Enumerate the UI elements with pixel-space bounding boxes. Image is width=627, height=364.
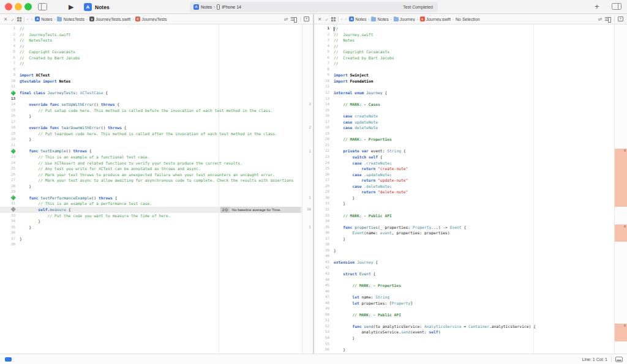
code-line[interactable]: 8 xyxy=(0,67,302,73)
add-editor-icon[interactable] xyxy=(618,17,623,21)
line-number[interactable]: 19 xyxy=(0,131,17,137)
line-number[interactable]: 49 xyxy=(314,306,331,312)
code-line[interactable]: 22 private var event: String { xyxy=(314,148,614,154)
line-number[interactable]: 9 xyxy=(314,72,331,78)
code-line[interactable]: 16 case createNote xyxy=(314,113,614,119)
line-number[interactable]: 11 xyxy=(314,84,331,90)
code-line[interactable]: 54 } xyxy=(314,335,614,341)
line-number[interactable]: 28 xyxy=(314,184,331,190)
code-line[interactable]: 10@testable import Notes xyxy=(0,78,302,84)
code-line[interactable]: 11 xyxy=(0,84,302,90)
line-number[interactable]: 32 xyxy=(314,207,331,213)
code-line[interactable]: 25 return "create-note" xyxy=(314,166,614,172)
add-editor-icon[interactable] xyxy=(304,17,309,21)
code-line[interactable]: 2// Journey.swift xyxy=(314,32,614,38)
line-number[interactable]: 25 xyxy=(314,166,331,172)
line-number[interactable]: 5 xyxy=(314,49,331,55)
run-destination[interactable]: iPhone 14 xyxy=(222,5,241,9)
line-number[interactable]: 29 xyxy=(314,189,331,195)
code-editor-left[interactable]: 1//2// JourneyTests.swift3// NotesTests4… xyxy=(0,24,313,354)
test-indicator-gutter[interactable] xyxy=(0,90,17,96)
line-number[interactable]: 54 xyxy=(314,335,331,341)
code-line[interactable]: 18 case deleteNote xyxy=(314,125,614,131)
line-number[interactable]: 3 xyxy=(314,37,331,43)
line-number[interactable]: 13 xyxy=(0,96,17,102)
line-number[interactable]: 8 xyxy=(0,67,17,73)
line-number[interactable]: 37 xyxy=(0,236,17,242)
line-number[interactable]: 27 xyxy=(314,177,331,184)
run-button[interactable]: ▶ xyxy=(69,2,73,11)
line-number[interactable]: 17 xyxy=(314,119,331,125)
line-number[interactable]: 24 xyxy=(0,160,17,166)
line-number[interactable]: 52 xyxy=(314,324,331,330)
status-bar-blue-icon[interactable] xyxy=(5,357,12,362)
line-number[interactable]: 6 xyxy=(0,55,17,61)
code-line[interactable]: 50 // MARK: - Public API xyxy=(314,312,614,318)
line-number[interactable]: 13 xyxy=(314,96,331,102)
line-number[interactable]: 38 xyxy=(314,242,331,248)
line-number[interactable]: 35 xyxy=(0,225,17,231)
code-line[interactable]: 3// Notes xyxy=(314,37,614,43)
code-line[interactable]: 3// NotesTests xyxy=(0,37,302,43)
code-line[interactable]: 6// Created by Bart Jacobs xyxy=(0,55,302,61)
code-line[interactable]: 35 } xyxy=(0,225,302,231)
line-number[interactable]: 48 xyxy=(314,300,331,306)
code-review-icon[interactable]: ⇄ xyxy=(598,17,602,22)
minimize-editor-icon[interactable]: ↔ xyxy=(9,15,16,23)
code-line[interactable]: 32 xyxy=(314,207,614,213)
line-number[interactable]: 31 xyxy=(314,201,331,207)
code-line[interactable]: 29 xyxy=(0,189,302,195)
code-line[interactable]: 28 case .deleteNote: xyxy=(314,184,614,190)
breadcrumb-item[interactable]: NotesTests xyxy=(57,17,84,21)
code-line[interactable]: 4// xyxy=(314,43,614,50)
line-number[interactable]: 3 xyxy=(0,37,17,43)
code-line[interactable]: 7// xyxy=(0,61,302,67)
line-number[interactable]: 35 xyxy=(314,225,331,231)
related-items-icon[interactable] xyxy=(331,17,336,21)
line-number[interactable]: 56 xyxy=(314,347,331,353)
code-line[interactable]: 35 func properties(_ properties: Propert… xyxy=(314,225,614,231)
line-number[interactable]: 38 xyxy=(0,242,17,248)
line-number[interactable]: 1 xyxy=(314,26,331,32)
code-line[interactable]: 7// xyxy=(314,61,614,67)
code-line[interactable]: 26 // Mark your test throws to produce a… xyxy=(0,172,302,178)
test-passed-icon[interactable] xyxy=(10,149,15,154)
line-number[interactable]: 55 xyxy=(314,341,331,347)
close-editor-icon[interactable]: ✕ xyxy=(318,17,321,22)
line-number[interactable]: 53 xyxy=(314,329,331,335)
line-number[interactable]: 21 xyxy=(314,143,331,149)
line-number[interactable]: 17 xyxy=(0,119,17,125)
line-number[interactable]: 37 xyxy=(314,236,331,242)
code-line[interactable]: func testExample() throws { xyxy=(0,148,302,154)
line-number[interactable]: 14 xyxy=(314,102,331,108)
code-line[interactable]: 24 // Use XCTAssert and related function… xyxy=(0,160,302,166)
code-line[interactable]: 24 case .createNote: xyxy=(314,160,614,166)
line-number[interactable]: 27 xyxy=(0,177,17,184)
close-editor-icon[interactable]: ✕ xyxy=(4,17,7,22)
line-number[interactable]: 36 xyxy=(314,230,331,236)
line-number[interactable]: 31 xyxy=(0,201,17,207)
code-line[interactable]: 20 // MARK: - Properties xyxy=(314,136,614,143)
back-chevron-icon[interactable]: ‹ xyxy=(27,17,29,22)
line-number[interactable]: 16 xyxy=(0,113,17,119)
line-number[interactable]: 5 xyxy=(0,49,17,55)
code-line[interactable]: 41extension Journey { xyxy=(314,259,614,266)
line-number[interactable]: 33 xyxy=(0,213,17,219)
code-line[interactable]: 18 override func tearDownWithError() thr… xyxy=(0,125,302,131)
code-line[interactable]: 2// JourneyTests.swift xyxy=(0,32,302,38)
code-line[interactable]: 33 // MARK: - Public API xyxy=(314,213,614,219)
breadcrumb-item[interactable]: ANotes xyxy=(349,17,366,21)
line-number[interactable]: 16 xyxy=(314,113,331,119)
line-number[interactable]: 10 xyxy=(0,78,17,84)
line-number[interactable]: 1 xyxy=(0,26,17,32)
line-number[interactable]: 50 xyxy=(314,312,331,318)
line-number[interactable]: 34 xyxy=(314,218,331,225)
back-chevron-icon[interactable]: ‹ xyxy=(341,17,343,22)
breadcrumb-item[interactable]: Journey xyxy=(394,17,415,21)
code-line[interactable]: 53 analyticsService.send(event: self) xyxy=(314,329,614,335)
code-line[interactable]: 34 xyxy=(314,218,614,225)
code-line[interactable]: 17 xyxy=(0,119,302,125)
code-line[interactable]: 11 xyxy=(314,84,614,90)
code-line[interactable]: 40 xyxy=(314,253,614,259)
editor-options-icon[interactable] xyxy=(291,17,297,21)
